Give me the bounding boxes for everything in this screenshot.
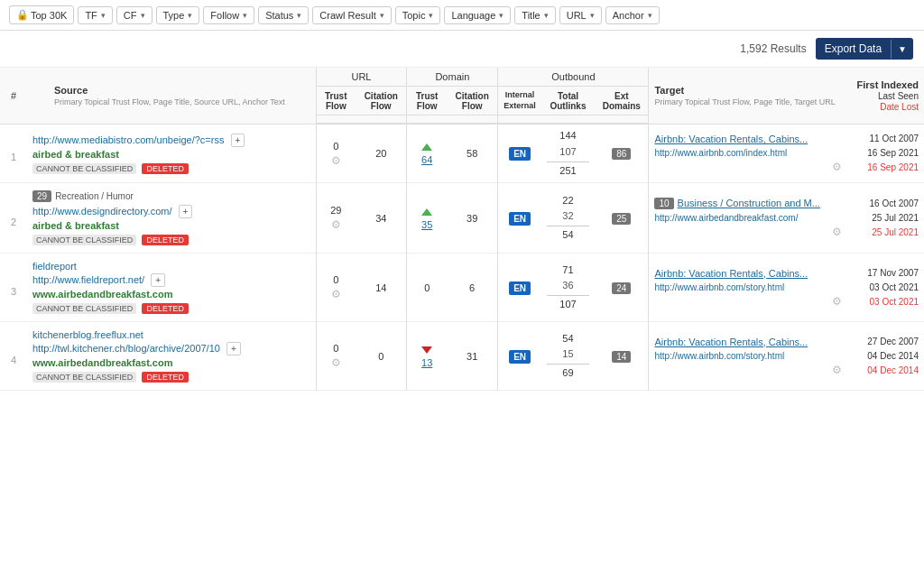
target-gear-icon[interactable]: ⚙ — [654, 364, 842, 376]
topic-text: Recreation / Humor — [55, 191, 134, 201]
anchor-text: airbed & breakfast — [32, 220, 119, 231]
export-dropdown-arrow[interactable]: ▼ — [891, 40, 913, 59]
source-site-link[interactable]: fieldreport — [32, 261, 77, 272]
table-row: 1 http://www.mediabistro.com/unbeige/?c=… — [0, 124, 924, 182]
toolbar-item-topic[interactable]: Topic ▾ — [395, 6, 441, 24]
outbound-internal: 71 — [547, 263, 589, 279]
outbound-badge-cell: 24 — [595, 254, 649, 322]
chevron-down-icon: ▾ — [243, 11, 247, 20]
trust-flow-cell: 0 ⚙ — [316, 124, 356, 182]
ext-domains-badge: 25 — [612, 213, 631, 225]
row-number: 4 — [0, 322, 27, 391]
toolbar-item-crawl-result[interactable]: Crawl Result ▾ — [312, 6, 391, 24]
citation-flow-value: 14 — [361, 282, 401, 293]
source-url-link[interactable]: http://twl.kitchener.ch/blog/archive/200… — [32, 343, 220, 354]
citation-flow-cell: 34 — [356, 183, 407, 254]
source-site-link[interactable]: kitchenerblog.freeflux.net — [32, 329, 143, 340]
col-header-trust-flow: Trust Flow — [316, 87, 356, 115]
add-source-button[interactable]: + — [231, 134, 245, 147]
target-gear-icon[interactable]: ⚙ — [654, 295, 842, 308]
target-title-link[interactable]: Airbnb: Vacation Rentals, Cabins... — [654, 268, 808, 279]
toolbar-item-cf[interactable]: CF ▾ — [116, 6, 152, 24]
outbound-internal: 22 — [547, 193, 589, 209]
trust-flow-value: 0 — [322, 141, 351, 152]
target-topic-badge: 10 — [654, 198, 673, 209]
target-url-link[interactable]: http://www.airbedandbreakfast.com/ — [654, 213, 798, 223]
add-source-button[interactable]: + — [151, 273, 165, 287]
target-gear-icon[interactable]: ⚙ — [654, 161, 842, 173]
dates-cell: 27 Dec 2007 04 Dec 2014 04 Dec 2014 — [847, 322, 924, 391]
toolbar-item-tf[interactable]: TF ▾ — [78, 6, 112, 24]
toolbar-item-anchor[interactable]: Anchor ▾ — [605, 6, 660, 24]
spacer4 — [447, 115, 498, 125]
target-cell: 10Business / Construction and M... http:… — [649, 183, 847, 254]
domain-citation-flow-cell: 6 — [447, 254, 498, 322]
ext-domains-badge: 14 — [612, 351, 631, 363]
data-table-wrapper: # Source Primary Topical Trust Flow, Pag… — [0, 68, 924, 391]
domain-citation-value: 39 — [452, 213, 492, 224]
trust-flow-cell: 29 ⚙ — [316, 183, 356, 254]
gear-icon[interactable]: ⚙ — [322, 356, 351, 369]
first-indexed-date: 27 Dec 2007 — [853, 335, 919, 349]
ext-domains-badge: 86 — [612, 148, 631, 160]
target-url-link[interactable]: http://www.airbnb.com/story.html — [654, 282, 784, 292]
add-source-button[interactable]: + — [179, 205, 193, 218]
target-title-link[interactable]: Airbnb: Vacation Rentals, Cabins... — [654, 134, 808, 144]
toolbar-item-status[interactable]: Status ▾ — [258, 6, 309, 24]
trust-flow-value: 29 — [322, 205, 351, 216]
col-header-domain-trust-flow: Trust Flow — [407, 87, 447, 115]
target-title-link[interactable]: Business / Construction and M... — [678, 198, 820, 208]
last-seen-date: 04 Dec 2014 — [853, 349, 919, 364]
domain-trust-flow-cell: 0 — [407, 254, 447, 322]
cannot-classified-tag: CANNOT BE CLASSIFIED — [32, 372, 136, 383]
domain-citation-value: 31 — [452, 351, 492, 362]
toolbar-item-language[interactable]: Language ▾ — [444, 6, 511, 24]
domain-trust-link[interactable]: 64 — [421, 154, 432, 165]
date-lost: 04 Dec 2014 — [853, 364, 919, 378]
target-url-link[interactable]: http://www.airbnb.com/story.html — [654, 351, 784, 361]
source-url-link[interactable]: http://www.mediabistro.com/unbeige/?c=rs… — [32, 134, 224, 145]
domain-trust-link[interactable]: 35 — [421, 219, 432, 230]
col-header-num: # — [0, 68, 27, 124]
citation-flow-value: 20 — [361, 148, 401, 159]
trend-up-icon — [421, 143, 432, 151]
crawl-result-label: Crawl Result — [319, 10, 375, 21]
export-data-button[interactable]: Export Data ▼ — [816, 38, 913, 60]
citation-flow-value: 34 — [361, 213, 401, 224]
source-url-link[interactable]: http://www.fieldreport.net/ — [32, 274, 144, 285]
outbound-total: 54 — [547, 227, 589, 244]
source-url-link[interactable]: http://www.designdirectory.com/ — [32, 206, 171, 217]
gear-icon[interactable]: ⚙ — [322, 154, 351, 167]
citation-flow-cell: 20 — [356, 124, 407, 182]
toolbar-item-title[interactable]: Title ▾ — [514, 6, 555, 24]
trust-flow-cell: 0 ⚙ — [316, 322, 356, 391]
domain-trust-flow-cell: 35 — [407, 183, 447, 254]
deleted-tag: DELETED — [142, 235, 189, 245]
gear-icon[interactable]: ⚙ — [322, 288, 351, 300]
lang-cell: EN — [498, 183, 541, 254]
date-lost: 03 Oct 2021 — [853, 295, 919, 309]
toolbar-item-url[interactable]: URL ▾ — [559, 6, 602, 24]
gear-icon[interactable]: ⚙ — [322, 218, 351, 231]
trust-flow-cell: 0 ⚙ — [316, 254, 356, 322]
export-label: Export Data — [816, 38, 891, 60]
tags-row: CANNOT BE CLASSIFIED DELETED — [32, 371, 310, 383]
toolbar-item-top30k[interactable]: 🔒 Top 30K — [9, 5, 74, 24]
outbound-numbers-cell: 71 36 107 — [541, 254, 595, 322]
toolbar-item-follow[interactable]: Follow ▾ — [203, 6, 254, 24]
toolbar-item-type[interactable]: Type ▾ — [156, 6, 200, 24]
add-source-button[interactable]: + — [226, 342, 241, 355]
domain-trust-value: 0 — [424, 282, 430, 293]
ext-domains-badge: 24 — [612, 282, 631, 294]
language-badge: EN — [509, 147, 531, 161]
domain-trust-link[interactable]: 13 — [421, 357, 432, 368]
target-gear-icon[interactable]: ⚙ — [654, 226, 842, 238]
lang-cell: EN — [498, 254, 541, 322]
top30k-label: Top 30K — [31, 10, 67, 21]
target-title-link[interactable]: Airbnb: Vacation Rentals, Cabins... — [654, 337, 808, 347]
outbound-badge-cell: 25 — [595, 183, 649, 254]
tags-row: CANNOT BE CLASSIFIED DELETED — [32, 302, 310, 314]
target-url-link[interactable]: http://www.airbnb.com/index.html — [654, 148, 787, 158]
col-header-citation-flow: Citation Flow — [356, 87, 407, 115]
source-cell: http://www.mediabistro.com/unbeige/?c=rs… — [27, 124, 316, 182]
